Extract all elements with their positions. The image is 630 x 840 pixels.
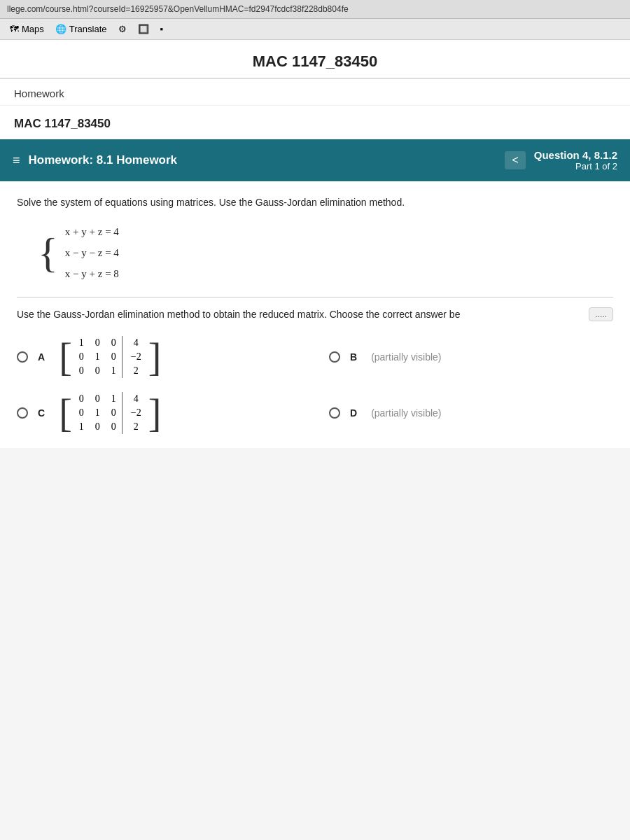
cell-a-r2c4: −2	[122, 350, 146, 364]
bracket-right-a: ]	[148, 337, 162, 377]
bracket-left-c: [	[59, 393, 72, 433]
cell-a-r1c2: 0	[90, 336, 106, 350]
question-number: Question 4, 8.1.2	[534, 149, 617, 161]
cell-a-r3c3: 1	[106, 364, 122, 378]
browser-address-bar: llege.com/course.html?courseId=16925957&…	[0, 0, 630, 19]
matrix-a-row-2: 0 1 0 −2	[74, 350, 147, 364]
reader-toolbar-item[interactable]: 🔲	[135, 22, 152, 36]
equation-1: x + y + z = 4	[65, 221, 119, 242]
equation-3: x − y + z = 8	[65, 263, 119, 284]
gear-icon: ⚙	[118, 24, 127, 34]
matrix-c: [ 0 0 1 4 0 1 0 −2	[59, 392, 161, 434]
section-divider	[17, 297, 613, 298]
cell-c-r1c1: 0	[74, 392, 90, 406]
cell-c-r3c2: 0	[90, 420, 106, 434]
cell-a-r3c1: 0	[74, 364, 90, 378]
choice-d-placeholder: (partially visible)	[371, 407, 441, 419]
reader-icon: 🔲	[138, 24, 149, 34]
cell-c-r1c2: 0	[90, 392, 106, 406]
homework-header-left: ≡ Homework: 8.1 Homework	[13, 153, 177, 168]
radio-b[interactable]	[329, 351, 340, 363]
cell-a-r3c4: 2	[122, 364, 146, 378]
matrix-c-row-2: 0 1 0 −2	[74, 406, 147, 420]
matrix-c-row-1: 0 0 1 4	[74, 392, 147, 406]
matrix-c-row-3: 1 0 0 2	[74, 420, 147, 434]
cell-a-r2c2: 1	[90, 350, 106, 364]
matrix-a: [ 1 0 0 4 0 1 0 −2	[59, 336, 161, 378]
map-icon: 🗺	[10, 24, 19, 34]
bracket-right-c: ]	[148, 393, 162, 433]
choice-c-label: C	[38, 407, 45, 419]
cell-c-r2c2: 1	[90, 406, 106, 420]
bracket-left-a: [	[59, 337, 72, 377]
cell-c-r2c1: 0	[74, 406, 90, 420]
cell-a-r2c1: 0	[74, 350, 90, 364]
choice-b-label: B	[350, 351, 357, 363]
more-button[interactable]: .....	[589, 307, 613, 321]
homework-header: ≡ Homework: 8.1 Homework < Question 4, 8…	[0, 139, 630, 181]
brace-symbol: {	[38, 232, 58, 274]
translate-icon: 🌐	[55, 24, 66, 34]
question-instruction: Solve the system of equations using matr…	[17, 195, 613, 210]
choice-a-label: A	[38, 351, 45, 363]
maps-toolbar-item[interactable]: 🗺 Maps	[7, 22, 47, 36]
cell-c-r1c3: 1	[106, 392, 122, 406]
course-title: MAC 1147_83450	[0, 40, 630, 79]
choice-d-label: D	[350, 407, 357, 419]
cell-c-r3c1: 1	[74, 420, 90, 434]
translate-label: Translate	[69, 24, 107, 34]
maps-label: Maps	[22, 24, 44, 34]
choice-d-text: (partially visible)	[371, 407, 441, 419]
choice-a: A [ 1 0 0 4 0 1 0 −	[17, 336, 301, 378]
cell-a-r2c3: 0	[106, 350, 122, 364]
translate-toolbar-item[interactable]: 🌐 Translate	[52, 22, 110, 36]
cell-c-r2c4: −2	[122, 406, 146, 420]
question-content: Solve the system of equations using matr…	[0, 181, 630, 448]
equation-2: x − y − z = 4	[65, 242, 119, 263]
section-label: Homework	[0, 79, 630, 106]
equations-list: x + y + z = 4 x − y − z = 4 x − y + z = …	[65, 221, 119, 284]
choice-b: B (partially visible)	[329, 336, 613, 378]
cell-a-r1c3: 0	[106, 336, 122, 350]
question-info: Question 4, 8.1.2 Part 1 of 2	[534, 149, 617, 172]
cell-c-r3c4: 2	[122, 420, 146, 434]
choice-b-text: (partially visible)	[371, 351, 441, 363]
sub-question-instruction: Use the Gauss-Jordan elimination method …	[17, 307, 613, 322]
cell-c-r2c3: 0	[106, 406, 122, 420]
choice-d: D (partially visible)	[329, 392, 613, 434]
matrix-a-row-1: 1 0 0 4	[74, 336, 147, 350]
answers-grid: A [ 1 0 0 4 0 1 0 −	[17, 336, 613, 434]
nav-back-button[interactable]: <	[505, 151, 525, 169]
choice-b-placeholder: (partially visible)	[371, 351, 441, 363]
settings-toolbar-item[interactable]: ⚙	[115, 22, 130, 36]
equations-block: { x + y + z = 4 x − y − z = 4 x − y + z …	[38, 221, 613, 284]
cell-c-r1c4: 4	[122, 392, 146, 406]
page-content: MAC 1147_83450 Homework MAC 1147_83450 ≡…	[0, 40, 630, 448]
matrix-a-table: 1 0 0 4 0 1 0 −2 0 0	[74, 336, 147, 378]
cell-a-r1c1: 1	[74, 336, 90, 350]
radio-d[interactable]	[329, 407, 340, 419]
choice-c: C [ 0 0 1 4 0 1 0 −	[17, 392, 301, 434]
cell-c-r3c3: 0	[106, 420, 122, 434]
cell-a-r3c2: 0	[90, 364, 106, 378]
matrix-c-table: 0 0 1 4 0 1 0 −2 1 0	[74, 392, 147, 434]
radio-c[interactable]	[17, 407, 28, 419]
cell-a-r1c4: 4	[122, 336, 146, 350]
browser-toolbar: 🗺 Maps 🌐 Translate ⚙ 🔲 ▪	[0, 19, 630, 40]
puzzle-icon: ▪	[160, 24, 164, 34]
part-label: Part 1 of 2	[534, 161, 617, 172]
inner-title: MAC 1147_83450	[0, 106, 630, 139]
hamburger-menu-icon[interactable]: ≡	[13, 153, 20, 168]
homework-title: Homework: 8.1 Homework	[29, 153, 178, 167]
extension-toolbar-item[interactable]: ▪	[158, 22, 167, 36]
matrix-a-row-3: 0 0 1 2	[74, 364, 147, 378]
radio-a[interactable]	[17, 351, 28, 363]
